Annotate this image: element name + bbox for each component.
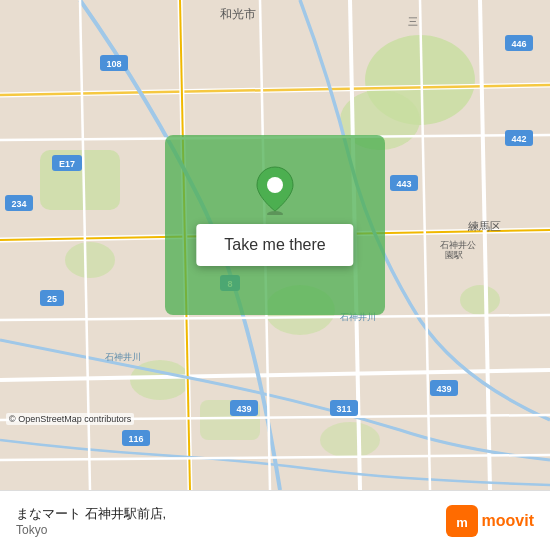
svg-point-7	[460, 285, 500, 315]
moovit-text: moovit	[482, 512, 534, 530]
svg-point-9	[320, 422, 380, 458]
osm-attribution: © OpenStreetMap contributors	[6, 413, 134, 425]
svg-text:443: 443	[396, 179, 411, 189]
svg-text:園駅: 園駅	[445, 250, 463, 260]
svg-text:m: m	[456, 515, 468, 530]
svg-text:439: 439	[236, 404, 251, 414]
svg-text:234: 234	[11, 199, 26, 209]
svg-text:116: 116	[128, 434, 143, 444]
svg-point-59	[267, 177, 283, 193]
place-info: まなマート 石神井駅前店, Tokyo	[16, 505, 166, 537]
svg-text:和光市: 和光市	[220, 7, 256, 21]
bottom-bar: まなマート 石神井駅前店, Tokyo m moovit	[0, 490, 550, 550]
svg-text:442: 442	[511, 134, 526, 144]
place-city: Tokyo	[16, 523, 166, 537]
svg-text:E17: E17	[59, 159, 75, 169]
svg-text:25: 25	[47, 294, 57, 304]
svg-text:439: 439	[436, 384, 451, 394]
moovit-logo[interactable]: m moovit	[446, 505, 534, 537]
svg-text:練馬区: 練馬区	[467, 220, 501, 232]
svg-text:108: 108	[106, 59, 121, 69]
location-pin	[255, 165, 295, 219]
svg-point-6	[65, 242, 115, 278]
svg-text:石神井川: 石神井川	[105, 352, 141, 362]
take-me-there-button[interactable]: Take me there	[196, 224, 353, 266]
svg-text:311: 311	[336, 404, 351, 414]
svg-point-5	[130, 360, 190, 400]
svg-text:446: 446	[511, 39, 526, 49]
map-container: E17 108 446 442 443 25 8 439 439 311 116	[0, 0, 550, 490]
place-name: まなマート 石神井駅前店,	[16, 505, 166, 523]
moovit-logo-icon: m	[446, 505, 478, 537]
svg-text:三: 三	[408, 16, 418, 27]
svg-text:石神井公: 石神井公	[440, 240, 476, 250]
